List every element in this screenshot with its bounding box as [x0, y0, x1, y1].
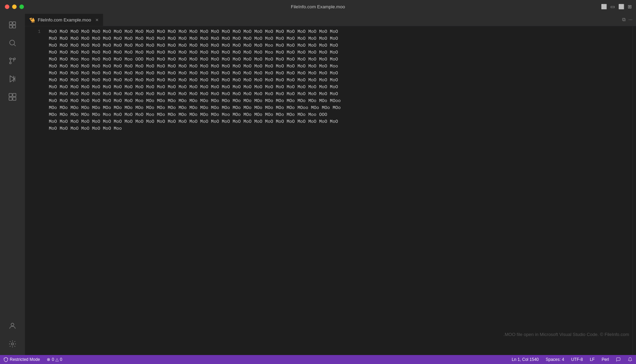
minimap [633, 26, 636, 355]
svg-rect-10 [9, 93, 12, 97]
main-area: 🐪 FileInfo.com Example.moo ✕ ⧉ ··· 1 MoO… [0, 13, 636, 355]
language-label: Perl [602, 357, 609, 362]
svg-point-15 [11, 343, 14, 345]
svg-marker-9 [10, 76, 15, 82]
shield-icon [3, 357, 8, 362]
sidebar-item-source-control[interactable] [4, 53, 21, 69]
svg-rect-0 [9, 22, 12, 25]
svg-rect-3 [13, 25, 16, 28]
restricted-mode-button[interactable]: Restricted Mode [0, 355, 43, 364]
panel-layout-icon[interactable]: ⬜ [618, 4, 624, 9]
layout-icon[interactable]: ▭ [610, 4, 615, 9]
minimize-button[interactable] [12, 4, 17, 9]
cursor-position[interactable]: Ln 1, Col 1540 [508, 355, 542, 364]
customize-layout-icon[interactable]: ⊞ [628, 4, 632, 9]
restricted-mode-label: Restricted Mode [10, 357, 40, 362]
line-ending-label: LF [590, 357, 595, 362]
editor-content[interactable]: 1 MoO MoO MoO MoO MoO MoO MoO MoO MoO Mo… [25, 26, 636, 355]
error-count: 0 [52, 357, 54, 362]
editor-wrapper: 1 MoO MoO MoO MoO MoO MoO MoO MoO MoO Mo… [25, 26, 636, 355]
errors-button[interactable]: ⊗ 0 △ 0 [43, 355, 65, 364]
notifications-button[interactable] [624, 355, 636, 364]
sidebar-item-settings[interactable] [4, 336, 21, 352]
encoding-button[interactable]: UTF-8 [568, 355, 586, 364]
sidebar-item-run[interactable] [4, 71, 21, 87]
svg-rect-11 [13, 93, 16, 97]
indentation[interactable]: Spaces: 4 [542, 355, 567, 364]
tab-close-button[interactable]: ✕ [95, 18, 99, 22]
svg-rect-1 [13, 22, 16, 25]
line-number: 1 [25, 28, 41, 35]
language-mode-button[interactable]: Perl [598, 355, 612, 364]
window-title: FileInfo.com Example.moo [291, 4, 345, 9]
status-bar: Restricted Mode ⊗ 0 △ 0 Ln 1, Col 1540 S… [0, 355, 636, 364]
code-editor[interactable]: MoO MoO MoO MoO MoO MoO MoO MoO MoO MoO … [47, 26, 633, 355]
title-bar: FileInfo.com Example.moo ⬜ ▭ ⬜ ⊞ [0, 0, 636, 13]
split-editor-icon[interactable]: ⬜ [601, 4, 607, 9]
traffic-lights [5, 4, 24, 9]
sidebar-item-search[interactable] [4, 35, 21, 51]
split-editor-tab-icon[interactable]: ⧉ [622, 17, 626, 22]
warning-count: 0 [60, 357, 62, 362]
close-button[interactable] [5, 4, 9, 9]
feedback-icon [616, 357, 621, 362]
status-left: Restricted Mode ⊗ 0 △ 0 [0, 355, 66, 364]
svg-point-14 [11, 323, 14, 326]
editor-area: 🐪 FileInfo.com Example.moo ✕ ⧉ ··· 1 MoO… [25, 13, 636, 355]
file-icon: 🐪 [29, 17, 35, 23]
position-label: Ln 1, Col 1540 [512, 357, 539, 362]
svg-point-4 [10, 40, 15, 45]
maximize-button[interactable] [19, 4, 24, 9]
svg-rect-2 [9, 25, 12, 28]
tab-actions: ⧉ ··· [622, 13, 636, 26]
warning-icon: △ [55, 357, 59, 362]
line-ending-button[interactable]: LF [586, 355, 598, 364]
svg-point-8 [10, 62, 11, 64]
more-actions-icon[interactable]: ··· [628, 17, 633, 22]
sidebar-item-extensions[interactable] [4, 89, 21, 105]
error-icon: ⊗ [47, 357, 50, 362]
tab-label: FileInfo.com Example.moo [38, 17, 91, 22]
title-bar-actions: ⬜ ▭ ⬜ ⊞ [601, 4, 632, 9]
svg-rect-13 [13, 97, 16, 100]
sidebar-item-explorer[interactable] [4, 17, 21, 33]
activity-bar [0, 13, 25, 355]
sidebar-item-accounts[interactable] [4, 318, 21, 334]
svg-point-6 [10, 58, 11, 60]
editor-tab[interactable]: 🐪 FileInfo.com Example.moo ✕ [25, 14, 103, 26]
svg-point-7 [14, 58, 16, 60]
spaces-label: Spaces: 4 [546, 357, 564, 362]
svg-rect-12 [9, 97, 12, 100]
feedback-button[interactable] [612, 355, 624, 364]
bell-icon [628, 357, 633, 362]
status-right: Ln 1, Col 1540 Spaces: 4 UTF-8 LF Perl [508, 355, 636, 364]
encoding-label: UTF-8 [571, 357, 583, 362]
line-numbers: 1 [25, 26, 47, 355]
tab-bar: 🐪 FileInfo.com Example.moo ✕ ⧉ ··· [25, 13, 636, 26]
svg-line-5 [14, 45, 16, 46]
